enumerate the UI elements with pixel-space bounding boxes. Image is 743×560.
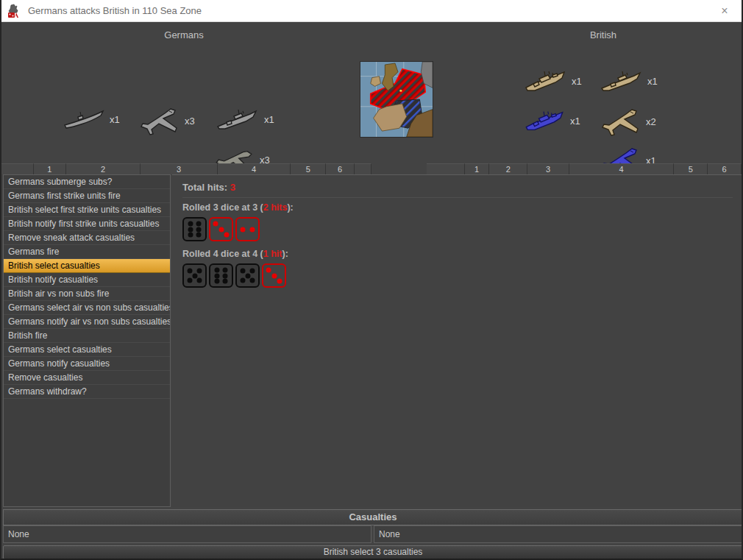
- unit-british-fighter[interactable]: x2: [600, 105, 656, 138]
- casualties-header: Casualties: [3, 509, 743, 525]
- roll-description: Rolled 3 dice at 3 (2 hits):: [182, 202, 743, 213]
- battle-step-item[interactable]: Germans fire: [4, 245, 170, 259]
- dice-column-2: 2: [66, 163, 141, 174]
- unit-area: Germans British: [1, 22, 742, 163]
- unit-british-battleship[interactable]: x1: [524, 66, 582, 96]
- unit-british-cruiser[interactable]: x1: [600, 66, 658, 96]
- unit-count: x1: [572, 76, 582, 87]
- battle-step-item[interactable]: British fire: [4, 329, 170, 343]
- total-hits-label: Total hits:: [182, 182, 227, 193]
- battleship-icon: [524, 107, 565, 135]
- warship-icon: [215, 104, 259, 134]
- dice-column-blank: [1, 163, 34, 174]
- die-3-hit: [262, 263, 286, 288]
- dice-column-blank: [355, 163, 372, 174]
- casualties-defender-panel: None: [374, 525, 743, 543]
- dice-column-2: 2: [489, 163, 527, 174]
- unit-count: x1: [110, 114, 120, 125]
- rolls-container: Rolled 3 dice at 3 (2 hits):Rolled 4 dic…: [182, 202, 743, 288]
- unit-allied-ship[interactable]: x1: [524, 107, 580, 135]
- fighter-icon: [138, 104, 179, 137]
- casualties-attacker-panel: None: [3, 525, 372, 543]
- dice-column-3: 3: [527, 163, 569, 174]
- dice-column-blank: [427, 163, 465, 174]
- dice-column-1: 1: [465, 163, 490, 174]
- battle-step-item[interactable]: Germans notify casualties: [4, 357, 170, 371]
- battle-step-item[interactable]: Remove casualties: [4, 371, 170, 385]
- fighter-icon: [600, 105, 641, 138]
- defender-header: British: [559, 29, 647, 40]
- unit-count: x2: [646, 116, 656, 127]
- battle-step-item[interactable]: Germans first strike units fire: [4, 189, 170, 203]
- attacker-header: Germans: [140, 29, 228, 40]
- die-3-hit: [209, 217, 233, 241]
- unit-german-submarine[interactable]: x1: [63, 104, 120, 134]
- window-title: Germans attacks British in 110 Sea Zone: [28, 5, 202, 16]
- unit-count: x3: [185, 116, 195, 127]
- dice-column-3: 3: [141, 163, 218, 174]
- die-5-miss: [235, 263, 260, 288]
- dice-row: [182, 217, 743, 241]
- unit-german-warship[interactable]: x1: [215, 104, 274, 134]
- battle-step-item[interactable]: Germans submerge subs?: [4, 175, 170, 189]
- dice-column-1: 1: [34, 163, 66, 174]
- dice-column-5: 5: [674, 163, 708, 174]
- dice-column-6: 6: [708, 163, 742, 174]
- battle-step-item[interactable]: British notify casualties: [4, 273, 170, 287]
- dice-results-panel: Total hits: 3 Rolled 3 dice at 3 (2 hits…: [172, 174, 743, 507]
- unit-german-fighter[interactable]: x3: [138, 104, 195, 137]
- unit-count: x1: [570, 116, 580, 127]
- dice-column-4: 4: [569, 163, 674, 174]
- select-casualties-button[interactable]: British select 3 casualties: [3, 545, 743, 559]
- die-6-miss: [182, 217, 207, 241]
- sea-zone-map: [360, 61, 433, 138]
- battle-step-item[interactable]: Germans select air vs non subs casualtie…: [4, 301, 170, 315]
- battle-step-item[interactable]: British notify first strike units casual…: [4, 217, 170, 231]
- total-hits: Total hits: 3: [182, 182, 743, 193]
- submarine-icon: [63, 104, 104, 134]
- separator: [182, 197, 733, 198]
- roll-description: Rolled 4 dice at 4 (1 hit):: [182, 249, 743, 259]
- battle-step-item[interactable]: British air vs non subs fire: [4, 287, 170, 301]
- dice-column-6: 6: [326, 163, 355, 174]
- battle-window: Germans attacks British in 110 Sea Zone …: [0, 0, 743, 560]
- battle-step-item[interactable]: British select casualties: [4, 259, 170, 273]
- total-hits-value: 3: [230, 182, 235, 193]
- battle-steps-list: Germans submerge subs?Germans first stri…: [3, 174, 171, 507]
- battle-step-item[interactable]: Germans select casualties: [4, 343, 170, 357]
- strip-gap: [372, 163, 427, 174]
- unit-count: x1: [264, 114, 274, 125]
- battle-step-item[interactable]: Germans withdraw?: [4, 385, 170, 399]
- battle-step-item[interactable]: British select first strike units casual…: [4, 203, 170, 217]
- warship-icon: [600, 66, 642, 96]
- battle-step-item[interactable]: Remove sneak attack casualties: [4, 231, 170, 245]
- close-button[interactable]: ×: [717, 4, 733, 18]
- dice-column-4: 4: [218, 163, 291, 174]
- battleship-icon: [524, 66, 566, 96]
- battle-step-item[interactable]: Germans notify air vs non subs casualtie…: [4, 315, 170, 329]
- unit-count: x1: [647, 76, 658, 87]
- die-2-hit: [235, 217, 260, 241]
- titlebar: Germans attacks British in 110 Sea Zone …: [0, 0, 743, 22]
- die-6-miss: [209, 263, 233, 288]
- dice-column-5: 5: [291, 163, 326, 174]
- app-logo-icon: [6, 4, 22, 18]
- dice-row: [182, 263, 743, 288]
- die-5-miss: [182, 263, 207, 288]
- dice-column-strip: 123456123456: [1, 163, 742, 174]
